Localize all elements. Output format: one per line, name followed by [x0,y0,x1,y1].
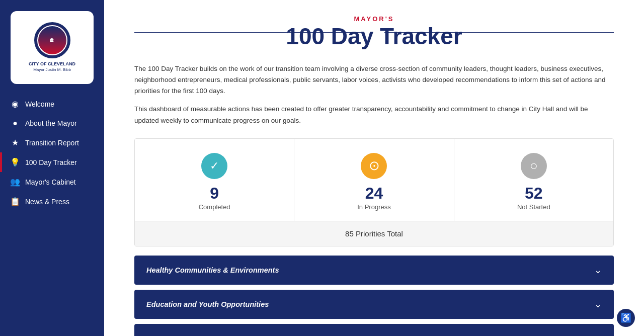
intro-para1: The 100 Day Tracker builds on the work o… [134,63,614,97]
nav-icon-mayors-cabinet: 👥 [10,177,20,187]
in-progress-icon: ⊙ [361,153,387,179]
accordion-label-1: Healthy Communities & Environments [146,266,279,274]
accordion-healthy-communities[interactable]: Healthy Communities & Environments ⌄ [134,256,614,285]
not-started-icon: ○ [521,153,547,179]
nav-icon-about-the-mayor: ● [10,119,20,128]
sidebar: 🏛 CITY OF CLEVELAND Mayor Justin M. Bibb… [0,0,104,336]
not-started-count: 52 [525,185,543,201]
nav-icon-welcome: ◉ [10,99,20,109]
nav-icon-news-press: 📋 [10,197,20,206]
nav-icon-100-day-tracker: 💡 [10,157,20,167]
completed-icon: ✓ [201,153,227,179]
sidebar-item-transition-report[interactable]: ★Transition Report [0,133,104,152]
accordion-section3[interactable]: ⌄ [134,324,614,336]
sidebar-label-welcome: Welcome [25,100,54,108]
seal-inner: 🏛 [37,25,67,55]
main-content: MAYOR'S 100 Day Tracker The 100 Day Trac… [104,0,644,336]
mayors-label: MAYOR'S [134,15,614,23]
sidebar-label-mayors-cabinet: Mayor's Cabinet [25,178,76,186]
sidebar-item-about-the-mayor[interactable]: ●About the Mayor [0,114,104,133]
page-header: MAYOR'S 100 Day Tracker [134,15,614,49]
sidebar-item-100-day-tracker[interactable]: 💡100 Day Tracker [0,152,104,172]
intro-para2: This dashboard of measurable actions has… [134,104,614,126]
sidebar-label-about-the-mayor: About the Mayor [25,119,77,127]
sidebar-item-mayors-cabinet[interactable]: 👥Mayor's Cabinet [0,172,104,192]
city-seal: 🏛 [34,22,70,58]
chevron-down-icon-3: ⌄ [594,333,602,336]
completed-count: 9 [210,185,219,201]
stats-row: ✓ 9 Completed ⊙ 24 In Progress ○ 52 Not … [135,139,613,221]
not-started-label: Not Started [517,203,550,211]
accordion-label-2: Education and Youth Opportunities [146,300,269,308]
nav-icon-transition-report: ★ [10,138,20,147]
logo-text: CITY OF CLEVELAND Mayor Justin M. Bibb [29,61,75,72]
logo-box: 🏛 CITY OF CLEVELAND Mayor Justin M. Bibb [11,11,94,84]
stat-in-progress: ⊙ 24 In Progress [294,139,454,221]
sidebar-item-news-press[interactable]: 📋News & Press [0,192,104,211]
chevron-down-icon-1: ⌄ [594,265,602,276]
totals-row: 85 Priorities Total [135,221,613,246]
sidebar-nav: ◉Welcome●About the Mayor★Transition Repo… [0,94,104,211]
accessibility-button[interactable]: ♿ [617,309,635,327]
in-progress-count: 24 [365,185,383,201]
accordion-education-youth[interactable]: Education and Youth Opportunities ⌄ [134,290,614,319]
stats-container: ✓ 9 Completed ⊙ 24 In Progress ○ 52 Not … [134,138,614,246]
sidebar-label-transition-report: Transition Report [25,139,79,147]
completed-label: Completed [199,203,230,211]
chevron-down-icon-2: ⌄ [594,299,602,310]
sidebar-item-welcome[interactable]: ◉Welcome [0,94,104,114]
sidebar-label-news-press: News & Press [25,198,69,206]
stat-completed: ✓ 9 Completed [135,139,294,221]
page-title: 100 Day Tracker [134,24,614,49]
sidebar-label-100-day-tracker: 100 Day Tracker [25,158,77,166]
in-progress-label: In Progress [357,203,390,211]
stat-not-started: ○ 52 Not Started [454,139,613,221]
